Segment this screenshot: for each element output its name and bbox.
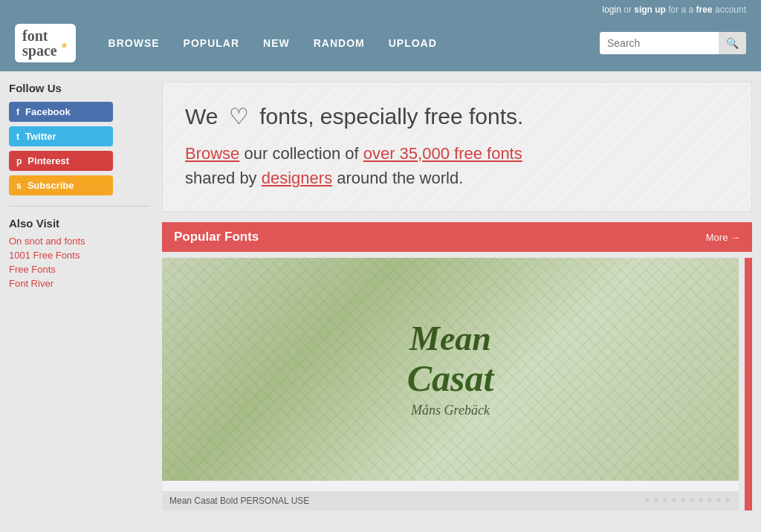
main-content: We ♡ fonts, especially free fonts. Brows…: [162, 82, 752, 510]
subscribe-button[interactable]: s Subscribe: [9, 175, 113, 195]
font-rating: ★ ★ ★ ★ ★ ★ ★ ★ ★ ★: [644, 495, 731, 505]
star-9: ★: [715, 495, 722, 505]
hero-we: We: [185, 104, 218, 129]
browse-link[interactable]: Browse: [185, 144, 239, 163]
pinterest-button[interactable]: p Pinterest: [9, 151, 113, 171]
hero-body-part2: shared by: [185, 169, 257, 187]
page-layout: Follow Us f Facebook t Twitter p Pintere…: [0, 71, 761, 521]
font-card-2-partial: [745, 258, 752, 510]
star-5: ★: [679, 495, 687, 505]
star-8: ★: [706, 495, 713, 505]
font-count-highlight: over 35,000 free fonts: [363, 144, 522, 163]
also-visit-link-1[interactable]: On snot and fonts: [9, 236, 150, 247]
nav-browse[interactable]: BROWSE: [98, 33, 170, 53]
facebook-icon: f: [16, 107, 19, 117]
search-input[interactable]: [600, 32, 719, 54]
facebook-label: Facebook: [25, 106, 71, 117]
star-4: ★: [670, 495, 678, 505]
hero-body-part1: our collection of: [244, 144, 363, 163]
popular-fonts-title: Popular Fonts: [174, 230, 259, 244]
account-label: account: [715, 4, 746, 15]
hero-body: Browse our collection of over 35,000 fre…: [185, 141, 729, 190]
twitter-icon: t: [16, 132, 19, 142]
popular-fonts-header: Popular Fonts More →: [162, 222, 752, 252]
hero-banner: We ♡ fonts, especially free fonts. Brows…: [162, 82, 752, 212]
subscribe-label: Subscribe: [27, 180, 74, 191]
nav-new[interactable]: NEW: [253, 33, 300, 53]
nav-random[interactable]: RANDOM: [303, 33, 375, 53]
hero-headline: We ♡ fonts, especially free fonts.: [185, 103, 729, 129]
star-10: ★: [724, 495, 731, 505]
sidebar-divider: [9, 206, 150, 207]
also-visit-title: Also Visit: [9, 217, 150, 230]
font-grid: Mean Casat Måns Grebäck Mean Casat Bold …: [162, 252, 752, 510]
font-name-line2: Casat: [407, 358, 494, 399]
twitter-button[interactable]: t Twitter: [9, 126, 113, 146]
logo[interactable]: font space ★: [15, 24, 76, 62]
font-author: Måns Grebäck: [407, 403, 494, 418]
font-preview-text: Mean Casat Måns Grebäck: [407, 320, 494, 418]
popular-more-link[interactable]: More →: [706, 232, 740, 243]
also-visit-link-4[interactable]: Font River: [9, 278, 150, 289]
designers-link[interactable]: designers: [262, 169, 332, 187]
search-box: 🔍: [600, 32, 746, 54]
header: login or sign up for a a free account fo…: [0, 0, 761, 71]
font-card-name: Mean Casat Bold PERSONAL USE: [169, 496, 309, 506]
star-1: ★: [644, 495, 651, 505]
font-name-line1: Mean: [407, 320, 494, 358]
star-6: ★: [688, 495, 696, 505]
pinterest-icon: p: [16, 156, 22, 166]
star-2: ★: [652, 495, 660, 505]
star-7: ★: [697, 495, 705, 505]
subscribe-icon: s: [16, 181, 22, 191]
facebook-button[interactable]: f Facebook: [9, 102, 113, 122]
also-visit-link-3[interactable]: Free Fonts: [9, 264, 150, 275]
signup-link[interactable]: sign up: [634, 4, 666, 15]
nav-popular[interactable]: POPULAR: [173, 33, 250, 53]
sidebar: Follow Us f Facebook t Twitter p Pintere…: [9, 82, 150, 510]
font-card-image: Mean Casat Måns Grebäck: [162, 258, 739, 481]
hero-headline-text: fonts, especially free fonts.: [259, 104, 523, 129]
header-nav: font space ★ BROWSE POPULAR NEW RANDOM U…: [0, 18, 761, 71]
pinterest-label: Pinterest: [27, 155, 69, 166]
auth-suffix: for a a: [668, 4, 696, 15]
follow-us-title: Follow Us: [9, 82, 150, 94]
font-card-mean-casat[interactable]: Mean Casat Måns Grebäck Mean Casat Bold …: [162, 258, 739, 510]
also-visit-link-2[interactable]: 1001 Free Fonts: [9, 250, 150, 261]
free-label: free: [696, 4, 713, 15]
hero-body-part3: around the world.: [337, 169, 463, 187]
auth-or: or: [624, 4, 632, 15]
main-nav: BROWSE POPULAR NEW RANDOM UPLOAD: [98, 33, 600, 53]
hero-heart-icon: ♡: [229, 104, 249, 129]
header-auth-bar: login or sign up for a a free account: [0, 0, 761, 18]
twitter-label: Twitter: [25, 131, 56, 142]
star-3: ★: [661, 495, 669, 505]
login-link[interactable]: login: [603, 4, 621, 15]
nav-upload[interactable]: UPLOAD: [378, 33, 447, 53]
search-button[interactable]: 🔍: [719, 32, 746, 54]
